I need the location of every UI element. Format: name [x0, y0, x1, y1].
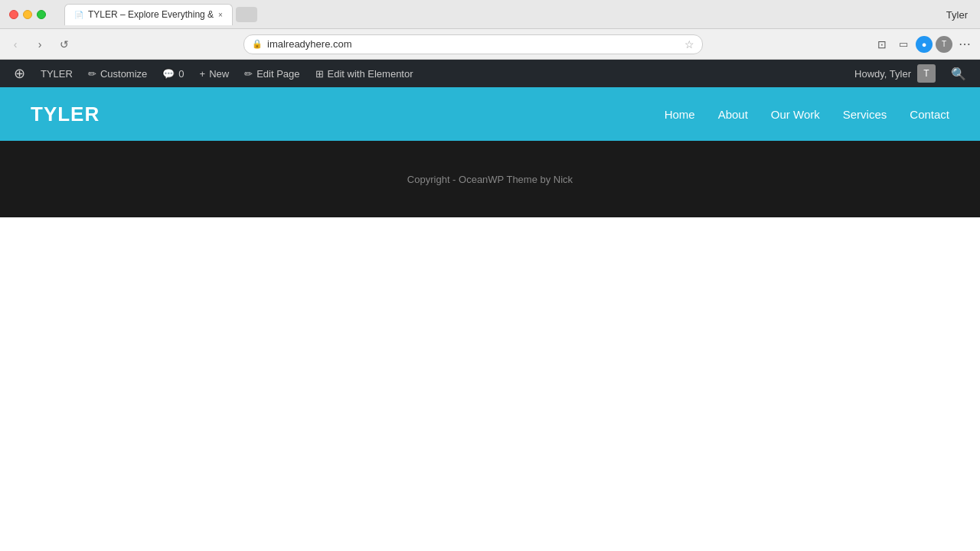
more-menu-button[interactable]: ⋯	[956, 35, 974, 54]
new-icon: +	[200, 68, 206, 80]
window-chrome: 📄 TYLER – Explore Everything & × Tyler	[0, 0, 980, 29]
customize-button[interactable]: ✏ Customize	[80, 60, 155, 87]
tab-bar: 📄 TYLER – Explore Everything & ×	[64, 4, 971, 25]
comments-icon: 💬	[162, 68, 175, 80]
user-menu-button[interactable]: Howdy, Tyler T	[847, 60, 943, 87]
reading-list-icon[interactable]: ⊡	[873, 35, 891, 54]
address-bar: ‹ › ↺ 🔒 imalreadyhere.com ☆ ⊡ ▭ ● T ⋯	[0, 29, 980, 60]
edit-elementor-label: Edit with Elementor	[328, 68, 413, 80]
reload-button[interactable]: ↺	[55, 35, 74, 54]
wp-admin-bar: ⊕ TYLER ✏ Customize 💬 0 + New ✏ Edit Pag…	[0, 60, 980, 87]
back-icon: ‹	[14, 38, 18, 51]
customize-label: Customize	[100, 68, 147, 80]
howdy-label: Howdy, Tyler	[854, 68, 911, 80]
url-text: imalreadyhere.com	[267, 38, 352, 50]
search-icon: 🔍	[951, 67, 966, 81]
bookmark-icon[interactable]: ☆	[684, 38, 694, 51]
maximize-button[interactable]	[37, 10, 46, 19]
profiles-icon[interactable]: T	[936, 36, 952, 53]
wp-search-button[interactable]: 🔍	[943, 60, 974, 87]
new-label: New	[209, 68, 229, 80]
site-header: TYLER Home About Our Work Services Conta…	[0, 87, 980, 141]
edit-page-icon: ✏	[244, 68, 253, 80]
comments-count: 0	[178, 68, 184, 80]
site-name-label: TYLER	[41, 68, 73, 80]
reload-icon: ↺	[60, 38, 69, 51]
edit-elementor-button[interactable]: ⊞ Edit with Elementor	[308, 60, 421, 87]
comments-button[interactable]: 💬 0	[155, 60, 191, 87]
lock-icon: 🔒	[252, 39, 263, 49]
extensions-icon[interactable]: ●	[916, 36, 933, 53]
airplay-icon[interactable]: ▭	[894, 35, 913, 54]
site-logo[interactable]: TYLER	[31, 103, 100, 126]
page-content-area	[0, 217, 980, 539]
edit-page-button[interactable]: ✏ Edit Page	[237, 60, 307, 87]
minimize-button[interactable]	[23, 10, 32, 19]
new-tab-button[interactable]	[236, 7, 257, 22]
wp-logo-button[interactable]: ⊕	[6, 60, 33, 87]
forward-button[interactable]: ›	[31, 35, 49, 54]
nav-about[interactable]: About	[718, 108, 748, 121]
user-avatar: T	[917, 64, 936, 83]
nav-our-work[interactable]: Our Work	[771, 108, 820, 121]
browser-tab[interactable]: 📄 TYLER – Explore Everything & ×	[64, 4, 233, 25]
tab-favicon-icon: 📄	[74, 11, 83, 19]
url-input[interactable]: 🔒 imalreadyhere.com ☆	[243, 34, 703, 54]
wordpress-icon: ⊕	[14, 65, 25, 82]
site-footer: Copyright - OceanWP Theme by Nick	[0, 141, 980, 217]
window-title: Tyler	[946, 8, 968, 20]
back-button[interactable]: ‹	[6, 35, 24, 54]
tab-close-button[interactable]: ×	[218, 11, 223, 19]
copyright-text: Copyright - OceanWP Theme by Nick	[407, 174, 573, 185]
close-button[interactable]	[9, 10, 18, 19]
new-content-button[interactable]: + New	[192, 60, 237, 87]
traffic-lights	[9, 10, 46, 19]
tab-title: TYLER – Explore Everything &	[88, 9, 214, 20]
nav-services[interactable]: Services	[843, 108, 887, 121]
nav-home[interactable]: Home	[665, 108, 695, 121]
customize-icon: ✏	[88, 68, 96, 80]
site-navigation: Home About Our Work Services Contact	[665, 108, 949, 121]
forward-icon: ›	[38, 38, 42, 51]
site-name-button[interactable]: TYLER	[33, 60, 80, 87]
edit-page-label: Edit Page	[256, 68, 299, 80]
nav-contact[interactable]: Contact	[910, 108, 949, 121]
elementor-icon: ⊞	[315, 68, 324, 80]
browser-toolbar-icons: ⊡ ▭ ● T ⋯	[873, 35, 974, 54]
